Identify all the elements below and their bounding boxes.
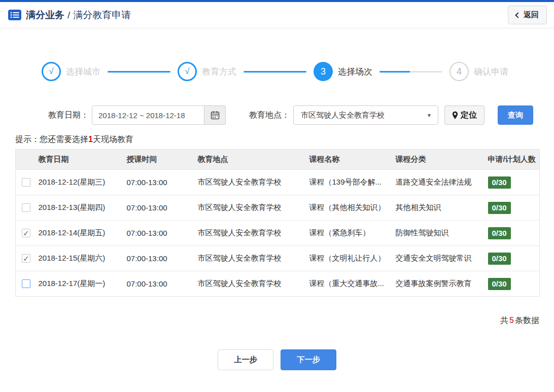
cell-course: 课程（139号部令解... — [307, 170, 394, 195]
hint-suffix: 天现场教育 — [93, 135, 133, 144]
header-education-place: 教育地点 — [196, 150, 307, 170]
cell-place: 市区驾驶人安全教育学校 — [196, 221, 307, 246]
cell-place: 市区驾驶人安全教育学校 — [196, 271, 307, 297]
cell-place: 市区驾驶人安全教育学校 — [196, 246, 307, 271]
cell-category: 防御性驾驶知识 — [394, 221, 486, 246]
step-education-mode: √ 教育方式 — [178, 62, 236, 81]
quota-badge: 0/30 — [488, 278, 511, 290]
date-range-group — [92, 105, 226, 125]
step-4-label: 确认申请 — [474, 66, 508, 78]
header-course-name: 课程名称 — [307, 150, 394, 170]
search-button[interactable]: 查询 — [498, 105, 533, 125]
stepper-connector-2 — [244, 71, 306, 73]
row-checkbox-checked[interactable]: ✓ — [22, 229, 30, 237]
cell-category: 道路交通安全法律法规 — [394, 170, 486, 195]
hint-days-remaining: 1 — [88, 135, 93, 144]
step-1-check-icon: √ — [42, 62, 61, 81]
date-range-input[interactable] — [92, 105, 204, 125]
step-3-label: 选择场次 — [338, 66, 372, 78]
cell-course: 课程（紧急刹车） — [307, 221, 394, 246]
breadcrumb: 满分业务/满分教育申请 — [8, 9, 131, 22]
table-row: 2018-12-17(星期一) 07:00-13:00 市区驾驶人安全教育学校 … — [16, 271, 540, 297]
header-bar: 满分业务/满分教育申请 返回 — [0, 2, 554, 28]
wizard-actions: 上一步 下一步 — [0, 349, 554, 370]
row-checkbox[interactable] — [22, 178, 30, 187]
session-table: 教育日期 授课时间 教育地点 课程名称 课程分类 申请/计划人数 2018-12… — [15, 149, 540, 297]
cell-course: 课程（文明礼让行人） — [307, 246, 394, 271]
step-select-session: 3 选择场次 — [314, 62, 372, 81]
header-class-time: 授课时间 — [125, 150, 196, 170]
calendar-icon — [211, 111, 220, 120]
step-1-label: 选择城市 — [66, 66, 100, 78]
step-3-number: 3 — [314, 62, 333, 81]
cell-date: 2018-12-15(星期六) — [37, 246, 125, 271]
quota-badge: 0/30 — [488, 202, 511, 214]
cell-time: 07:00-13:00 — [125, 246, 196, 271]
cell-date: 2018-12-17(星期一) — [37, 271, 125, 297]
stepper-connector-1 — [108, 71, 170, 73]
cell-time: 07:00-13:00 — [125, 271, 196, 297]
location-select[interactable]: 市区驾驶人安全教育学校 ▼ — [293, 105, 438, 125]
filter-bar: 教育日期： 教育地点： 市区驾驶人安全教育学校 ▼ 定位 查询 — [48, 105, 554, 125]
back-button[interactable]: 返回 — [508, 6, 547, 24]
quota-badge: 0/30 — [488, 227, 511, 239]
step-select-city: √ 选择城市 — [42, 62, 100, 81]
step-2-check-icon: √ — [178, 62, 197, 81]
calendar-picker-button[interactable] — [204, 105, 226, 125]
next-step-button[interactable]: 下一步 — [281, 349, 336, 370]
locate-button[interactable]: 定位 — [444, 105, 484, 125]
step-confirm-application: 4 确认申请 — [449, 62, 508, 81]
cell-category: 其他相关知识 — [394, 195, 486, 221]
quota-badge: 0/30 — [488, 176, 511, 189]
cell-date: 2018-12-13(星期四) — [37, 195, 125, 221]
hint-prefix: 提示：您还需要选择 — [15, 135, 88, 144]
cell-course: 课程（其他相关知识） — [307, 195, 394, 221]
record-count: 共5条数据 — [0, 315, 539, 326]
cell-place: 市区驾驶人安全教育学校 — [196, 170, 307, 195]
breadcrumb-separator: / — [67, 10, 70, 20]
back-button-label: 返回 — [524, 10, 539, 20]
previous-step-button[interactable]: 上一步 — [218, 349, 273, 370]
education-place-label: 教育地点： — [249, 110, 290, 121]
chevron-down-icon: ▼ — [427, 113, 432, 118]
chevron-left-icon — [515, 12, 521, 18]
header-course-category: 课程分类 — [394, 150, 486, 170]
location-select-value: 市区驾驶人安全教育学校 — [301, 111, 385, 120]
stepper-connector-3 — [379, 71, 442, 73]
table-row: ✓ 2018-12-15(星期六) 07:00-13:00 市区驾驶人安全教育学… — [16, 246, 540, 271]
breadcrumb-section: 满分业务 — [26, 10, 64, 20]
row-checkbox-focused[interactable] — [22, 279, 30, 288]
cell-course: 课程（重大交通事故... — [307, 271, 394, 297]
cell-date: 2018-12-12(星期三) — [37, 170, 125, 195]
cell-date: 2018-12-14(星期五) — [37, 221, 125, 246]
list-icon — [8, 10, 21, 20]
education-date-label: 教育日期： — [48, 110, 89, 121]
stepper: √ 选择城市 √ 教育方式 3 选择场次 4 确认申请 — [42, 62, 508, 81]
row-checkbox[interactable] — [22, 203, 30, 212]
cell-time: 07:00-13:00 — [125, 170, 196, 195]
step-2-label: 教育方式 — [202, 66, 236, 78]
table-header-row: 教育日期 授课时间 教育地点 课程名称 课程分类 申请/计划人数 — [16, 150, 540, 170]
page-title: 满分业务/满分教育申请 — [26, 9, 131, 22]
breadcrumb-page: 满分教育申请 — [73, 10, 131, 20]
row-checkbox-checked[interactable]: ✓ — [22, 254, 30, 263]
hint-message: 提示：您还需要选择1天现场教育 — [15, 134, 554, 145]
record-count-number: 5 — [509, 316, 514, 325]
cell-category: 交通安全文明驾驶常识 — [394, 246, 486, 271]
cell-category: 交通事故案例警示教育 — [394, 271, 486, 297]
map-pin-icon — [452, 111, 458, 120]
header-applied-planned: 申请/计划人数 — [486, 150, 540, 170]
step-4-number: 4 — [449, 62, 469, 81]
table-row: 2018-12-13(星期四) 07:00-13:00 市区驾驶人安全教育学校 … — [16, 195, 540, 221]
header-checkbox-spacer — [16, 150, 37, 170]
table-row: 2018-12-12(星期三) 07:00-13:00 市区驾驶人安全教育学校 … — [16, 170, 540, 195]
cell-time: 07:00-13:00 — [125, 221, 196, 246]
table-row: ✓ 2018-12-14(星期五) 07:00-13:00 市区驾驶人安全教育学… — [16, 221, 540, 246]
header-education-date: 教育日期 — [37, 150, 125, 170]
quota-badge: 0/30 — [488, 253, 511, 265]
cell-time: 07:00-13:00 — [125, 195, 196, 221]
record-count-prefix: 共 — [500, 316, 508, 325]
record-count-suffix: 条数据 — [515, 316, 539, 325]
locate-button-label: 定位 — [461, 110, 477, 121]
cell-place: 市区驾驶人安全教育学校 — [196, 195, 307, 221]
